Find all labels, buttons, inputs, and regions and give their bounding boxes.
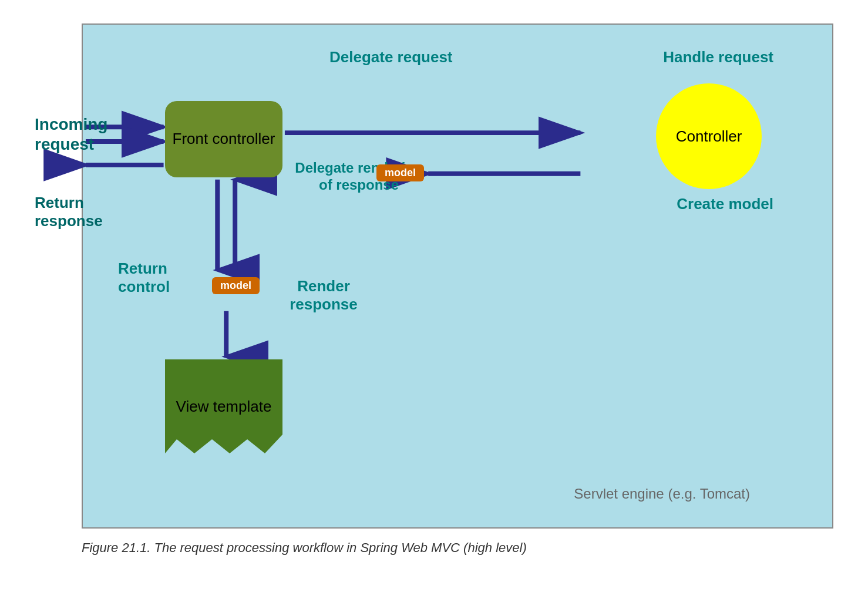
- front-controller-box: Front controller: [165, 101, 282, 177]
- incoming-request-label: Incoming request: [35, 115, 79, 154]
- handle-request-label: Handle request: [663, 48, 773, 66]
- render-response-label: Render response: [271, 277, 376, 314]
- create-model-label: Create model: [677, 195, 773, 213]
- diagram-container: Delegate request Handle request Front co…: [82, 23, 833, 529]
- view-template-shape: View template: [165, 359, 282, 453]
- return-control-label: Return control: [118, 260, 189, 296]
- figure-caption: Figure 21.1. The request processing work…: [82, 540, 833, 556]
- return-response-label: Return response: [35, 194, 79, 230]
- diagram-wrapper: Incoming request Return response: [35, 23, 833, 556]
- controller-circle: Controller: [656, 83, 762, 189]
- servlet-engine-label: Servlet engine (e.g. Tomcat): [574, 484, 750, 504]
- model-badge-top: model: [376, 164, 424, 181]
- model-badge-bottom: model: [212, 277, 260, 294]
- delegate-request-label: Delegate request: [329, 48, 453, 66]
